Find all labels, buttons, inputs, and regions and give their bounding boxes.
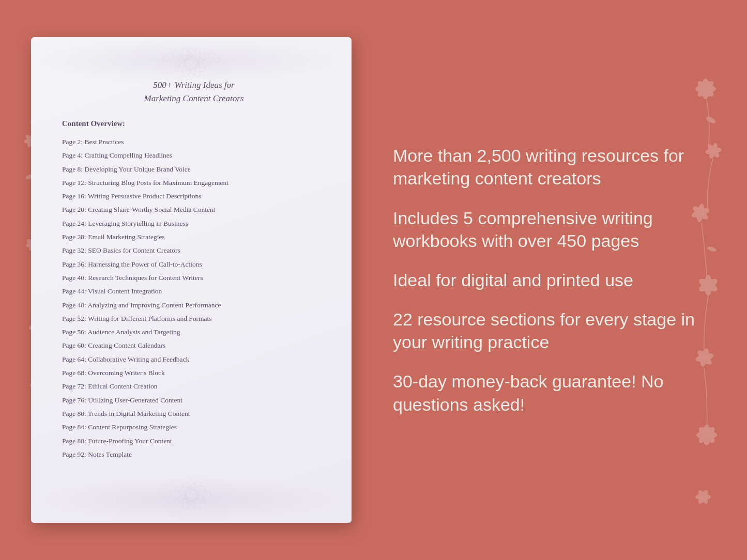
toc-item: Page 24: Leveraging Storytelling in Busi… [62,217,326,230]
toc-item: Page 88: Future-Proofing Your Content [62,434,326,448]
toc-list: Page 2: Best PracticesPage 4: Crafting C… [62,135,326,461]
feature-1-text: More than 2,500 writing resources for ma… [393,144,695,190]
toc-item: Page 32: SEO Basics for Content Creators [62,244,326,257]
svg-point-82 [179,479,203,511]
toc-item: Page 2: Best Practices [62,135,326,149]
svg-point-71 [186,48,196,79]
feature-2: Includes 5 comprehensive writing workboo… [393,207,695,252]
feature-3-text: Ideal for digital and printed use [393,269,695,291]
toc-item: Page 12: Structuring Blog Posts for Maxi… [62,176,326,190]
svg-point-86 [184,487,199,503]
toc-item: Page 60: Creating Content Calendars [62,339,326,352]
svg-point-84 [179,479,203,511]
toc-item: Page 36: Harnessing the Power of Call-to… [62,258,326,271]
svg-point-73 [175,51,207,75]
book-panel: 500+ Writing Ideas for Marketing Content… [31,37,352,523]
toc-item: Page 64: Collaborative Writing and Feedb… [62,353,326,366]
toc-item: Page 20: Creating Share-Worthy Social Me… [62,203,326,216]
toc-item: Page 4: Crafting Compelling Headlines [62,149,326,162]
toc-item: Page 80: Trends in Digital Marketing Con… [62,407,326,421]
toc-item: Page 28: Email Marketing Strategies [62,230,326,244]
svg-point-68 [176,58,207,68]
svg-point-89 [203,491,211,499]
toc-item: Page 48: Analyzing and Improving Content… [62,299,326,312]
feature-4: 22 resource sections for every stage in … [393,308,695,353]
main-layout: 500+ Writing Ideas for Marketing Content… [0,0,747,560]
svg-point-88 [172,491,180,499]
feature-4-text: 22 resource sections for every stage in … [393,308,695,353]
toc-item: Page 84: Content Repurposing Strategies [62,421,326,434]
svg-point-83 [186,479,196,510]
svg-point-80 [176,490,207,500]
svg-point-81 [175,483,207,507]
toc-item: Page 40: Research Techniques for Content… [62,271,326,285]
toc-item: Page 92: Notes Template [62,448,326,461]
svg-point-87 [189,492,194,497]
svg-point-74 [184,55,199,71]
book-title: 500+ Writing Ideas for Marketing Content… [62,79,326,105]
svg-point-85 [175,483,207,507]
toc-item: Page 8: Developing Your Unique Brand Voi… [62,163,326,176]
text-panel: More than 2,500 writing resources for ma… [383,144,716,416]
feature-5-text: 30-day money-back guarantee! No question… [393,370,695,415]
toc-item: Page 68: Overcoming Writer's Block [62,366,326,380]
feature-2-text: Includes 5 comprehensive writing workboo… [393,207,695,252]
toc-heading: Content Overview: [62,119,326,128]
svg-point-72 [179,47,203,79]
svg-point-69 [175,51,207,75]
svg-point-70 [179,47,203,79]
svg-point-76 [172,59,180,67]
svg-point-78 [161,52,175,64]
toc-item: Page 76: Utilizing User-Generated Conten… [62,394,326,407]
book-deco-bottom [140,474,243,518]
toc-item: Page 52: Writing for Different Platforms… [62,312,326,325]
toc-item: Page 44: Visual Content Integration [62,285,326,298]
toc-item: Page 72: Ethical Content Creation [62,380,326,393]
toc-item: Page 16: Writing Persuasive Product Desc… [62,190,326,203]
svg-point-79 [208,52,222,64]
toc-item: Page 56: Audience Analysis and Targeting [62,325,326,339]
feature-1: More than 2,500 writing resources for ma… [393,144,695,190]
feature-5: 30-day money-back guarantee! No question… [393,370,695,415]
feature-3: Ideal for digital and printed use [393,269,695,291]
svg-point-75 [189,60,194,66]
svg-point-77 [203,59,211,67]
